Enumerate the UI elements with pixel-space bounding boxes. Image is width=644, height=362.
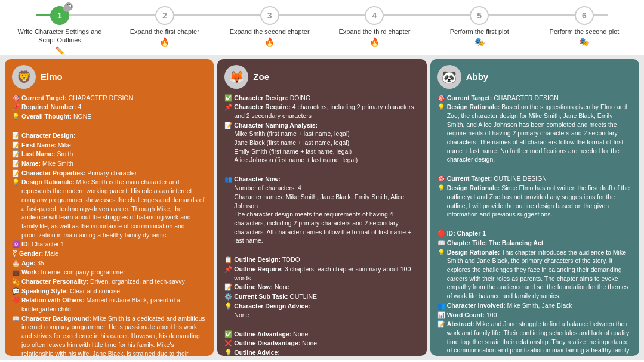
abby-chapter1-abstract: 📝Abstract: Mike and Jane struggle to fin… xyxy=(437,320,632,355)
content-area: 🦁 Elmo 🎯Current Target: CHARACTER DESIGN… xyxy=(0,55,644,360)
elmo-last-name: 📝Last Name: Smith xyxy=(12,150,207,159)
elmo-background: 📖Character Background: Mike Smith is a d… xyxy=(12,314,207,356)
zoe-char-advice: 💡Character Design Advice:None xyxy=(224,302,419,319)
step-2-label: Expand the first chapter xyxy=(130,27,199,36)
zoe-char-now: 👥Character Now:Number of characters: 4Ch… xyxy=(224,175,419,245)
card-elmo-name: Elmo xyxy=(41,70,63,83)
zoe-outline-design: 📋Outline Design: TODO xyxy=(224,255,419,264)
step-4-circle: 4 xyxy=(365,6,384,25)
abby-current-target-2: 🎯Current Target: OUTLINE DESIGN xyxy=(437,174,632,183)
abby-chapter1-wordcount: 📊Word Count: 100 xyxy=(437,311,632,320)
dot-navigation xyxy=(0,360,644,362)
elmo-char-properties: 📝Character Properties: Primary character xyxy=(12,169,207,178)
avatar-abby: 🐼 xyxy=(437,65,461,89)
elmo-work: 💼Work: Internet company programmer xyxy=(12,268,207,277)
step-5-circle: 5 xyxy=(470,6,489,25)
zoe-outline-require: 📌Outline Require: 3 chapters, each chapt… xyxy=(224,265,419,282)
step-6-circle: 6 xyxy=(575,6,594,25)
card-elmo[interactable]: 🦁 Elmo 🎯Current Target: CHARACTER DESIGN… xyxy=(5,59,214,356)
step-3-circle: 3 xyxy=(260,6,279,25)
zoe-outline-disadvantage: ❌Outline Disadvantage: None xyxy=(224,339,419,348)
abby-chapter1-title: 📖Chapter Title: The Balancing Act xyxy=(437,239,632,247)
card-zoe-header: 🦊 Zoe xyxy=(224,65,419,89)
card-abby[interactable]: 🐼 Abby 🎯Current Target: CHARACTER DESIGN… xyxy=(430,59,639,356)
elmo-design-rationale: 💡Design Rationale: Mike Smith is the mai… xyxy=(12,178,207,239)
abby-current-target-1: 🎯Current Target: CHARACTER DESIGN xyxy=(437,94,632,103)
step-6[interactable]: 6 Perform the second plot 🎭 xyxy=(537,6,632,47)
abby-chapter1-id: 🔴ID: Chapter 1 xyxy=(437,229,632,238)
step-4-label: Expand the third chapter xyxy=(338,27,410,36)
step-1-chat-icon: 💬 xyxy=(64,2,73,11)
elmo-overall-thought: 💡Overall Thought: NONE xyxy=(12,112,207,121)
abby-chapter1-rationale: 💡Design Rationale: This chapter introduc… xyxy=(437,248,632,301)
step-1[interactable]: 1 💬 Write Character Settings andScript O… xyxy=(12,6,107,55)
step-5[interactable]: 5 Perform the first plot 🎭 xyxy=(432,6,527,47)
step-1-circle: 1 💬 xyxy=(50,6,69,25)
elmo-age: 🎂Age: 35 xyxy=(12,259,207,268)
zoe-outline-now: 📝Outline Now: None xyxy=(224,283,419,292)
step-3[interactable]: 3 Expand the second chapter 🔥 xyxy=(222,6,318,47)
step-5-icon: 🎭 xyxy=(474,37,485,47)
step-2-circle: 2 xyxy=(155,6,174,25)
zoe-char-design-status: ✅Character Design: DOING xyxy=(224,94,419,103)
card-zoe-name: Zoe xyxy=(253,70,269,83)
elmo-speaking-style: 💬Speaking Style: Clear and concise xyxy=(12,287,207,296)
step-5-label: Perform the first plot xyxy=(450,27,509,36)
abby-design-rationale-1: 💡Design Rationale: Based on the suggesti… xyxy=(437,103,632,164)
elmo-personality: 💫Character Personality: Driven, organize… xyxy=(12,277,207,286)
progress-bar: 1 💬 Write Character Settings andScript O… xyxy=(0,0,644,55)
avatar-zoe: 🦊 xyxy=(224,65,248,89)
step-2-icon: 🔥 xyxy=(159,37,170,47)
zoe-char-require: 📌Character Require: 4 characters, includ… xyxy=(224,103,419,120)
elmo-id: 🆔ID: Character 1 xyxy=(12,240,207,249)
abby-design-rationale-2: 💡Design Rationale: Since Elmo has not wr… xyxy=(437,184,632,219)
zoe-naming-analysis: 📝Character Naming Analysis:Mike Smith (f… xyxy=(224,121,419,165)
elmo-name: 📝Name: Mike Smith xyxy=(12,159,207,168)
elmo-current-target: 🎯Current Target: CHARACTER DESIGN xyxy=(12,94,207,103)
abby-chapter1-characters: 👥Character Involved: Mike Smith, Jane Bl… xyxy=(437,301,632,310)
step-1-label: Write Character Settings andScript Outli… xyxy=(17,27,101,45)
step-1-icon: ✏️ xyxy=(55,46,65,55)
zoe-outline-advantage: ✅Outline Advantage: None xyxy=(224,330,419,339)
avatar-elmo: 🦁 xyxy=(12,65,36,89)
step-3-icon: 🔥 xyxy=(264,37,275,47)
step-3-label: Expand the second chapter xyxy=(230,27,310,36)
elmo-gender: ⚧Gender: Male xyxy=(12,249,207,258)
elmo-first-name: 📝First Name: Mike xyxy=(12,141,207,150)
elmo-relation: ❤️Relation with Others: Married to Jane … xyxy=(12,296,207,313)
step-6-label: Perform the second plot xyxy=(550,27,620,36)
zoe-current-subtask: ⚙️Current Sub Task: OUTLINE xyxy=(224,292,419,301)
card-abby-header: 🐼 Abby xyxy=(437,65,632,89)
step-6-icon: 🎭 xyxy=(579,37,589,47)
card-zoe[interactable]: 🦊 Zoe ✅Character Design: DOING 📌Characte… xyxy=(217,59,426,356)
zoe-outline-advice: 💡Outline Advice: xyxy=(224,348,419,356)
step-4-icon: 🔥 xyxy=(369,37,380,47)
elmo-required-number: 📌Required Number: 4 xyxy=(12,103,207,112)
card-abby-name: Abby xyxy=(466,70,489,83)
elmo-char-design-title: 📝Character Design: xyxy=(12,131,207,140)
step-4[interactable]: 4 Expand the third chapter 🔥 xyxy=(326,6,422,47)
step-2[interactable]: 2 Expand the first chapter 🔥 xyxy=(117,6,212,47)
card-elmo-header: 🦁 Elmo xyxy=(12,65,207,89)
